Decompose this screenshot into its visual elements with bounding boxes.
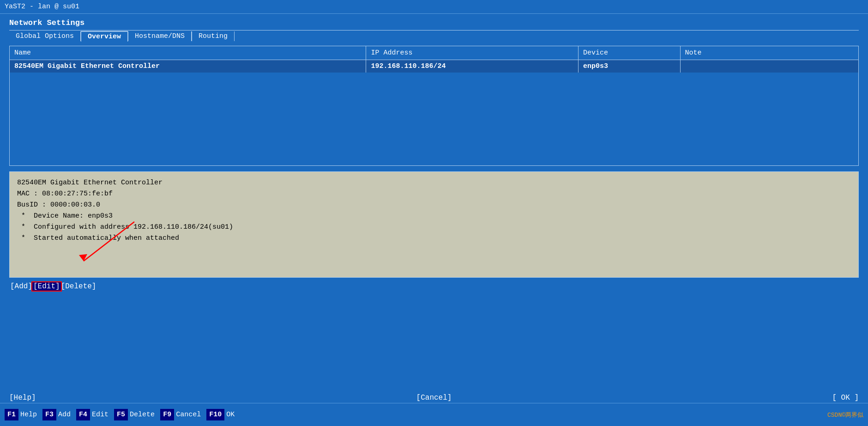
cell-device: enp0s3 [578, 60, 680, 73]
fkey-f1[interactable]: F1 Help [5, 409, 41, 420]
title-bar: YaST2 - lan @ su01 [0, 0, 868, 14]
cell-name: 82540EM Gigabit Ethernet Controller [10, 60, 366, 73]
fkey-f10-num: F10 [206, 409, 224, 420]
tab-routing[interactable]: Routing [192, 31, 235, 41]
tab-overview[interactable]: Overview [81, 31, 128, 42]
devices-table: Name IP Address Device Note 82540EM Giga… [10, 46, 858, 73]
tab-bar: Global Options Overview Hostname/DNS Rou… [9, 30, 859, 42]
table-row[interactable]: 82540EM Gigabit Ethernet Controller 192.… [10, 60, 858, 73]
cancel-button[interactable]: [Cancel] [416, 394, 452, 402]
fkey-f1-num: F1 [5, 409, 18, 420]
fkey-f3[interactable]: F3 Add [42, 409, 74, 420]
title-text: YaST2 - lan @ su01 [5, 3, 79, 11]
device-detail-panel: 82540EM Gigabit Ethernet Controller MAC … [9, 171, 859, 278]
fkey-f5[interactable]: F5 Delete [114, 409, 158, 420]
ok-button[interactable]: [ OK ] [832, 394, 859, 402]
tab-global-options[interactable]: Global Options [9, 31, 81, 41]
bottom-bar: [Help] [Cancel] [ OK ] [0, 394, 868, 402]
delete-button[interactable]: [Delete] [61, 282, 96, 291]
cell-note [680, 60, 858, 73]
tab-hostname-dns[interactable]: Hostname/DNS [128, 31, 192, 41]
cell-ip: 192.168.110.186/24 [366, 60, 579, 73]
fkey-f3-num: F3 [42, 409, 56, 420]
add-button[interactable]: [Add] [10, 282, 32, 291]
action-buttons-row: [Add][Edit][Delete] [9, 282, 859, 291]
col-header-note: Note [680, 46, 858, 60]
fkey-f5-label: Delete [128, 409, 158, 420]
fkey-f10-label: OK [224, 409, 238, 420]
svg-marker-1 [79, 254, 87, 261]
edit-button[interactable]: [Edit] [32, 282, 61, 291]
fkey-f10[interactable]: F10 OK [206, 409, 238, 420]
fkey-f9-label: Cancel [174, 409, 205, 420]
fkey-f9[interactable]: F9 Cancel [160, 409, 205, 420]
col-header-ip: IP Address [366, 46, 579, 60]
device-detail-text: 82540EM Gigabit Ethernet Controller MAC … [17, 177, 851, 244]
watermark: CSDN©两界似 [827, 411, 863, 419]
devices-table-container: Name IP Address Device Note 82540EM Giga… [9, 46, 859, 166]
help-button[interactable]: [Help] [9, 394, 36, 402]
col-header-device: Device [578, 46, 680, 60]
fkey-f4[interactable]: F4 Edit [76, 409, 112, 420]
fkey-f9-num: F9 [160, 409, 174, 420]
col-header-name: Name [10, 46, 366, 60]
fkey-bar: F1 Help F3 Add F4 Edit F5 Delete F9 Canc… [0, 403, 868, 426]
page-title: Network Settings [9, 18, 859, 27]
fkey-f4-num: F4 [76, 409, 90, 420]
fkey-f5-num: F5 [114, 409, 128, 420]
main-content: Network Settings Global Options Overview… [0, 14, 868, 304]
fkey-f1-label: Help [18, 409, 41, 420]
fkey-f4-label: Edit [90, 409, 112, 420]
fkey-f3-label: Add [56, 409, 74, 420]
